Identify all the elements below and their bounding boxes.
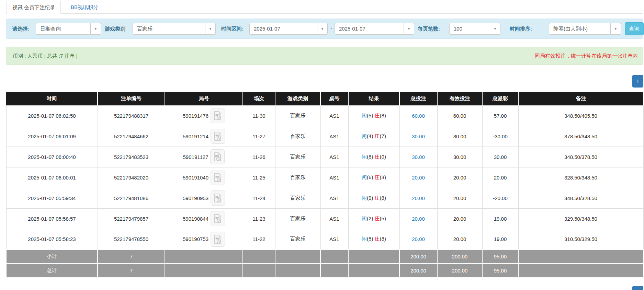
table-row: 2025-01-07 06:02:50 522179488317 5901914… [6,105,643,126]
video-replay-button[interactable] [211,190,225,206]
round-id-value: 590190953 [183,195,208,201]
col-remark: 备注 [518,92,643,105]
cell-round-id: 590191214 [165,126,243,147]
cell-round-id: 590191476 [165,105,243,126]
table-row: 2025-01-07 05:58:57 522179479857 5901908… [6,208,643,229]
divider [6,91,643,91]
summary-bar: 币别 : 人民币 | 总共 :7 注单 | 同局有效投注，统一计算在该局第一张注… [6,47,643,65]
pagination-page-1-bottom[interactable]: 1 [632,286,643,290]
banker-result-label: 庄 [375,133,380,139]
grand-total-label: 总计 [6,264,98,278]
chevron-down-icon[interactable]: ▼ [317,23,328,35]
player-result-score: (6) [367,174,373,180]
time-sort-dropdown[interactable]: 降幂(由大到小) ▼ [549,23,621,35]
chevron-down-icon[interactable]: ▼ [404,23,414,35]
col-payout: 总派彩 [482,92,518,105]
banker-result-score: (5) [380,216,386,221]
banker-result-score: (0) [380,154,386,160]
cell-remark: 310.50/329.50 [518,229,643,250]
pagination-page-1[interactable]: 1 [632,75,643,88]
grand-total-row: 总计 7 200.00 200.00 95.00 [6,264,643,278]
time-sort-value[interactable]: 降幂(由大到小) [549,23,611,35]
cell-result: 闲(9) 庄(8) [348,188,399,208]
banker-result-label: 庄 [375,236,380,242]
chevron-down-icon[interactable]: ▼ [91,23,101,35]
query-type-dropdown[interactable]: 日期查询 ▼ [36,23,101,35]
per-page-dropdown[interactable]: 100 ▼ [449,23,500,35]
cell-remark: 329.50/348.50 [518,208,643,229]
player-result-label: 闲 [362,174,367,180]
cell-total-bet: 60.00 [399,105,437,126]
cell-game-type: 百家乐 [275,105,320,126]
video-replay-button[interactable] [211,232,225,247]
tab-video-bet-records[interactable]: 视讯 会员下注纪录 [7,1,61,14]
cell-time: 2025-01-07 06:00:01 [6,167,98,188]
film-document-icon [214,173,222,182]
date-to-picker[interactable]: 2025-01-07 ▼ [335,23,414,35]
game-type-label: 游戏类别 [105,23,125,35]
date-from-value[interactable]: 2025-01-07 [249,23,317,35]
banker-result-score: (3) [380,174,386,180]
totals-section: 小计 7 200.00 200.00 95.00 总计 7 200.00 200… [6,250,643,278]
video-replay-button[interactable] [211,108,225,123]
video-replay-button[interactable] [210,149,225,164]
range-separator: ~ [330,23,334,35]
cell-result: 闲(4) 庄(7) [348,126,399,147]
cell-remark: 378.50/348.50 [518,126,643,147]
total-bet-link[interactable]: 60.00 [412,113,425,119]
table-header: 时间 注单编号 局号 场次 游戏类别 桌号 结果 总投注 有效投注 总派彩 备注 [6,92,643,105]
cell-session: 11-27 [243,126,275,147]
total-bet-link[interactable]: 30.00 [412,134,425,139]
cell-total-bet: 20.00 [399,188,437,208]
cell-payout: -20.00 [482,188,518,208]
cell-total-bet: 30.00 [399,147,437,167]
date-to-value[interactable]: 2025-01-07 [335,23,404,35]
chevron-down-icon[interactable]: ▼ [205,23,216,35]
total-bet-link[interactable]: 20.00 [412,216,425,222]
col-bet-id: 注单编号 [98,92,165,105]
player-result-label: 闲 [362,133,367,139]
player-result-label: 闲 [362,195,367,201]
cell-game-type: 百家乐 [275,208,320,229]
video-replay-button[interactable] [211,170,225,185]
video-replay-button[interactable] [211,129,225,144]
game-type-dropdown[interactable]: 百家乐 ▼ [133,23,216,35]
chevron-down-icon[interactable]: ▼ [490,23,500,35]
cell-time: 2025-01-07 06:00:40 [6,147,98,167]
player-result-label: 闲 [362,154,367,160]
video-replay-button[interactable] [211,211,225,226]
cell-session: 11-22 [243,229,275,250]
cell-remark: 348.50/405.50 [518,105,643,126]
cell-valid-bet: 20.00 [437,167,482,188]
round-id-value: 590191127 [183,154,208,160]
total-bet-link[interactable]: 20.00 [412,195,425,201]
col-time: 时间 [6,92,98,105]
cell-time: 2025-01-07 06:01:09 [6,126,98,147]
subtotal-row: 小计 7 200.00 200.00 95.00 [6,250,643,264]
cell-bet-id: 522179483523 [98,147,165,167]
grand-total-valid-bet: 200.00 [437,264,482,278]
search-button[interactable]: 查询 [625,22,644,35]
player-result-score: (2) [367,216,373,221]
date-from-picker[interactable]: 2025-01-07 ▼ [249,23,328,35]
subtotal-payout: 95.00 [482,250,518,264]
per-page-label: 每页笔数: [418,23,440,35]
cell-valid-bet: 30.00 [437,126,482,147]
round-id-value: 590191476 [183,113,208,119]
player-result-score: (8) [367,154,373,160]
chevron-down-icon[interactable]: ▼ [611,23,621,35]
cell-table-id: AS1 [320,229,348,250]
total-bet-link[interactable]: 20.00 [412,236,425,242]
query-type-value[interactable]: 日期查询 [36,23,91,35]
cell-total-bet: 20.00 [399,167,437,188]
per-page-value[interactable]: 100 [449,23,490,35]
film-document-icon [214,111,222,120]
total-bet-link[interactable]: 20.00 [412,175,425,181]
cell-game-type: 百家乐 [275,188,320,208]
tab-bb-video-points[interactable]: BB视讯积分 [65,1,104,14]
cell-payout: 19.00 [482,229,518,250]
total-bet-link[interactable]: 30.00 [412,154,425,160]
time-sort-label: 时间排序: [510,23,532,35]
table-row: 2025-01-07 06:00:01 522179482020 5901910… [6,167,643,188]
game-type-value[interactable]: 百家乐 [133,23,205,35]
